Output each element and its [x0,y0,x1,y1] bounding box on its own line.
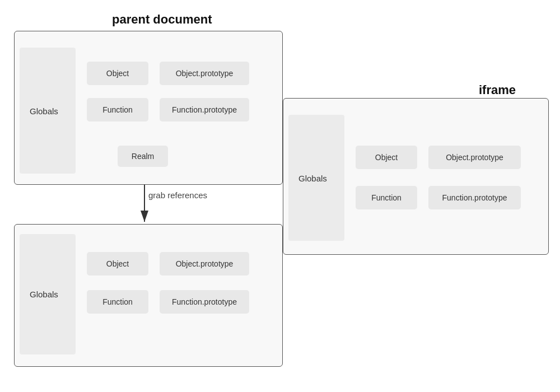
grabbed-object-prototype: Object.prototype [160,252,249,276]
iframe-object-prototype: Object.prototype [428,146,521,169]
iframe-object: Object [356,146,417,169]
iframe-function-prototype: Function.prototype [428,186,521,209]
grabbed-globals-label: Globals [30,290,58,299]
parent-object-prototype: Object.prototype [160,62,249,85]
diagram-container: parent document Globals Object Object.pr… [0,0,560,392]
grab-references-label: grab references [148,190,207,200]
parent-function: Function [87,98,148,122]
iframe-globals-label: Globals [298,174,327,183]
realm-tag: Realm [118,146,168,167]
parent-object: Object [87,62,148,85]
parent-function-prototype: Function.prototype [160,98,249,122]
iframe-title: iframe [479,83,516,97]
grabbed-function-prototype: Function.prototype [160,290,249,314]
grabbed-function: Function [87,290,148,314]
iframe-function: Function [356,186,417,209]
parent-globals-label: Globals [30,106,58,116]
grabbed-object: Object [87,252,148,276]
parent-document-title: parent document [112,12,212,27]
